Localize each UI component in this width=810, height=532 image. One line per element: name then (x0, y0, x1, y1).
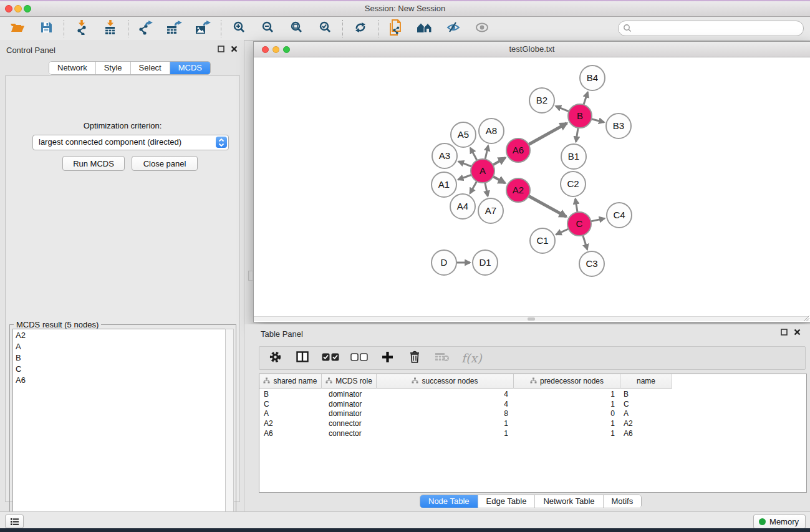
duplicate-network-button[interactable] (387, 20, 405, 37)
cell-successor-nodes[interactable]: 4 (377, 400, 514, 409)
first-neighbors-button[interactable] (415, 20, 434, 37)
cell-name[interactable]: B (620, 390, 672, 399)
graph-node-B3[interactable]: B3 (606, 114, 631, 138)
float-table-panel-icon[interactable] (781, 329, 788, 336)
cell-shared-name[interactable]: C (259, 400, 322, 409)
network-hscrollbar[interactable] (254, 316, 809, 321)
graph-node-C2[interactable]: C2 (561, 172, 586, 196)
edge-A-A8[interactable] (485, 145, 488, 160)
edge-A2-C[interactable] (528, 196, 566, 217)
apply-layout-button[interactable] (351, 20, 370, 37)
edge-B-B3[interactable] (591, 118, 604, 122)
mcds-result-item[interactable]: A2 (13, 329, 225, 341)
graph-node-A3[interactable]: A3 (432, 143, 457, 168)
column-header-predecessor-nodes[interactable]: predecessor nodes (514, 374, 620, 389)
edge-C-C3[interactable] (582, 235, 587, 249)
column-header-shared-name[interactable]: shared name (259, 374, 322, 389)
network-canvas[interactable]: B4B2BB3A8A5A6A3B1AA1C2A2A4A7C4CC1DD1C3 (254, 57, 809, 316)
import-table-button[interactable] (101, 20, 120, 37)
cell-name[interactable]: A (620, 409, 672, 418)
cell-successor-nodes[interactable]: 1 (377, 419, 514, 428)
column-header-MCDS-role[interactable]: MCDS role (322, 374, 377, 389)
memory-button[interactable]: Memory (753, 515, 806, 529)
cell-successor-nodes[interactable]: 4 (377, 390, 514, 399)
edge-A-A2[interactable] (493, 177, 505, 183)
graph-node-B2[interactable]: B2 (529, 88, 554, 113)
criterion-dropdown[interactable]: largest connected component (directed) (32, 135, 229, 150)
search-box[interactable] (618, 21, 804, 36)
graph-node-A[interactable]: A (471, 159, 494, 183)
mcds-result-list[interactable]: A2ABCA6 (12, 329, 226, 532)
graph-node-A4[interactable]: A4 (450, 194, 475, 219)
select-all-button[interactable] (322, 349, 339, 367)
cell-shared-name[interactable]: A2 (259, 419, 322, 428)
deselect-all-button[interactable] (350, 349, 368, 367)
edge-A-A4[interactable] (470, 181, 477, 193)
cell-predecessor-nodes[interactable]: 1 (514, 429, 620, 438)
node-table[interactable]: shared nameMCDS rolesuccessor nodesprede… (259, 374, 807, 493)
cell-MCDS-role[interactable]: connector (322, 419, 377, 428)
cell-successor-nodes[interactable]: 8 (377, 409, 514, 418)
cell-predecessor-nodes[interactable]: 0 (514, 409, 620, 418)
import-network-button[interactable] (72, 20, 91, 37)
edge-B-B4[interactable] (584, 92, 588, 105)
table-row-A6[interactable]: A6connector11A6 (259, 428, 672, 438)
graph-node-A7[interactable]: A7 (478, 198, 503, 223)
graph-node-B[interactable]: B (568, 104, 592, 128)
zoom-fit-button[interactable] (287, 20, 306, 37)
graph-node-A6[interactable]: A6 (506, 138, 530, 162)
mcds-result-item[interactable]: A (13, 341, 225, 352)
close-panel-button[interactable]: Close panel (132, 156, 198, 171)
cell-name[interactable]: C (620, 400, 672, 409)
table-row-A2[interactable]: A2connector11A2 (259, 418, 672, 428)
open-session-button[interactable] (8, 20, 27, 37)
tab-mcds[interactable]: MCDS (170, 62, 210, 74)
export-image-button[interactable] (194, 20, 213, 37)
delete-column-button[interactable] (407, 349, 423, 367)
mcds-result-item[interactable]: A6 (13, 374, 225, 385)
edge-A-A7[interactable] (485, 182, 488, 196)
cell-predecessor-nodes[interactable]: 1 (514, 419, 620, 428)
table-row-A[interactable]: Adominator80A (259, 409, 672, 418)
run-mcds-button[interactable]: Run MCDS (62, 156, 125, 171)
tab-style[interactable]: Style (95, 62, 130, 74)
tab-select[interactable]: Select (130, 62, 170, 74)
close-table-panel-icon[interactable] (794, 329, 801, 336)
network-hscroll-thumb[interactable] (528, 317, 535, 321)
table-settings-button[interactable] (267, 349, 283, 367)
tab-node-table[interactable]: Node Table (420, 495, 478, 508)
graph-node-D[interactable]: D (432, 250, 456, 275)
mcds-result-item[interactable]: B (13, 352, 225, 363)
float-panel-icon[interactable] (218, 46, 224, 52)
cell-name[interactable]: A2 (620, 419, 672, 428)
save-session-button[interactable] (37, 20, 55, 37)
mcds-result-item[interactable]: C (13, 363, 225, 374)
cell-successor-nodes[interactable]: 1 (377, 429, 514, 438)
resize-grip-icon[interactable] (803, 314, 810, 322)
tab-network-table[interactable]: Network Table (534, 495, 602, 508)
zoom-in-button[interactable] (229, 20, 248, 37)
show-all-button[interactable] (473, 20, 491, 37)
add-column-button[interactable] (379, 349, 395, 367)
graph-node-D1[interactable]: D1 (473, 250, 498, 275)
cell-MCDS-role[interactable]: dominator (322, 390, 377, 399)
edge-A-A5[interactable] (470, 148, 477, 161)
task-history-button[interactable] (5, 515, 24, 528)
edge-C-C4[interactable] (591, 218, 605, 221)
zoom-selected-button[interactable] (316, 20, 334, 37)
graph-node-C[interactable]: C (567, 212, 591, 236)
edge-A6-B[interactable] (528, 123, 567, 145)
close-panel-icon[interactable] (231, 46, 238, 52)
edge-B-B1[interactable] (576, 127, 579, 142)
edge-C-C1[interactable] (556, 228, 569, 235)
tab-motifs[interactable]: Motifs (603, 495, 642, 508)
graph-node-A5[interactable]: A5 (451, 122, 476, 147)
graph-node-C1[interactable]: C1 (530, 228, 555, 253)
graph-node-C4[interactable]: C4 (607, 203, 632, 228)
zoom-out-button[interactable] (258, 20, 277, 37)
table-row-B[interactable]: Bdominator41B (259, 389, 672, 399)
edge-A-A6[interactable] (493, 158, 506, 165)
tab-network[interactable]: Network (49, 62, 95, 74)
cell-MCDS-role[interactable]: dominator (322, 409, 377, 418)
export-network-button[interactable] (137, 20, 155, 37)
